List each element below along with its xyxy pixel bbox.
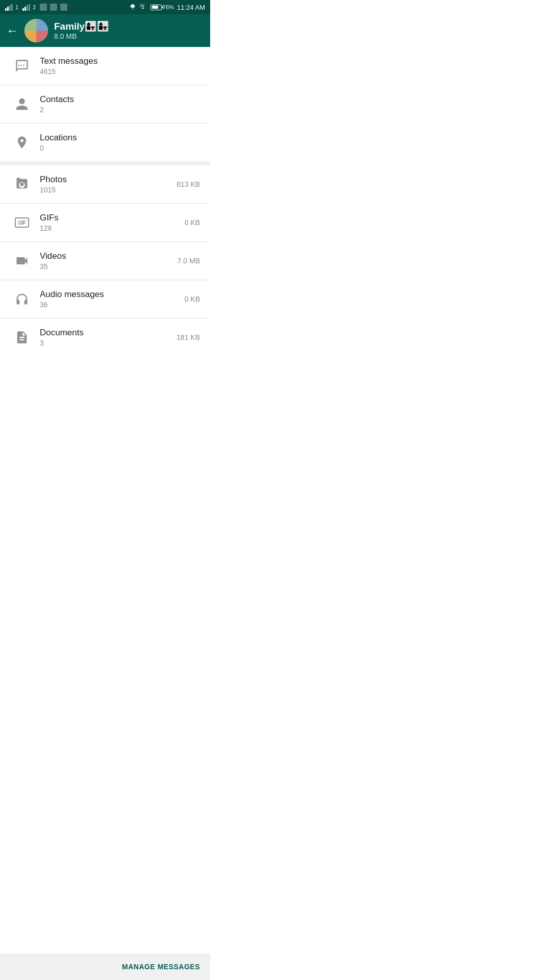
documents-info: Documents 3 xyxy=(34,328,177,347)
contacts-info: Contacts 2 xyxy=(34,94,200,114)
avatar-cell-1 xyxy=(24,19,36,31)
photos-size: 813 KB xyxy=(177,180,200,188)
gifs-count: 128 xyxy=(40,224,185,232)
videos-size: 7.0 MB xyxy=(178,257,200,265)
chat-svg xyxy=(15,59,29,73)
signal-label-2: 2 xyxy=(33,4,36,10)
avatar-cell-4 xyxy=(36,31,48,42)
wifi-icon xyxy=(139,4,147,10)
svg-rect-6 xyxy=(27,5,28,11)
group-name: Family👩‍👧👩‍👧 xyxy=(54,21,204,33)
content-area: Text messages 4615 Contacts 2 xyxy=(0,47,210,383)
battery-tip xyxy=(162,6,163,9)
section-divider xyxy=(0,161,210,165)
app-icon-2 xyxy=(50,4,57,11)
headphones-svg xyxy=(15,292,29,306)
avatar-cell-3 xyxy=(24,31,36,42)
status-right: 76% 11:24 AM xyxy=(129,4,205,11)
svg-rect-3 xyxy=(11,4,13,11)
signal-label-1: 1 xyxy=(15,4,18,10)
status-bar: 1 2 76% 11:24 AM xyxy=(0,0,210,14)
list-item-photos[interactable]: Photos 1015 813 KB xyxy=(0,165,210,203)
svg-rect-0 xyxy=(5,8,7,11)
locations-count: 0 xyxy=(40,144,200,152)
toolbar: ← Family👩‍👧👩‍👧 8.0 MB xyxy=(0,14,210,47)
svg-rect-1 xyxy=(7,7,9,11)
top-section: Text messages 4615 Contacts 2 xyxy=(0,47,210,161)
headphones-icon xyxy=(10,292,34,306)
avatar-cell-2 xyxy=(36,19,48,31)
location-icon xyxy=(10,135,34,150)
camera-icon xyxy=(10,177,34,191)
locations-label: Locations xyxy=(40,133,200,143)
svg-rect-2 xyxy=(9,5,11,11)
battery-label: 76% xyxy=(163,4,174,10)
videos-label: Videos xyxy=(40,251,178,261)
app-icon-3 xyxy=(60,4,67,11)
contacts-count: 2 xyxy=(40,106,200,114)
text-messages-info: Text messages 4615 xyxy=(34,56,200,76)
photos-info: Photos 1015 xyxy=(34,175,177,194)
gifs-size: 0 KB xyxy=(185,218,200,227)
list-item-contacts[interactable]: Contacts 2 xyxy=(0,85,210,123)
documents-size: 181 KB xyxy=(177,333,200,341)
camera-svg xyxy=(15,177,29,191)
audio-size: 0 KB xyxy=(185,295,200,303)
contacts-label: Contacts xyxy=(40,94,200,105)
videos-count: 35 xyxy=(40,262,178,271)
list-item-documents[interactable]: Documents 3 181 KB xyxy=(0,318,210,356)
chat-icon xyxy=(10,59,34,73)
svg-rect-5 xyxy=(24,7,26,11)
text-messages-label: Text messages xyxy=(40,56,200,66)
group-size: 8.0 MB xyxy=(54,32,204,40)
photos-label: Photos xyxy=(40,175,177,185)
group-avatar[interactable] xyxy=(24,19,48,42)
audio-label: Audio messages xyxy=(40,289,185,300)
battery-icon xyxy=(151,5,162,10)
avatar-grid xyxy=(24,19,48,42)
documents-label: Documents xyxy=(40,328,177,338)
gif-icon: GIF xyxy=(10,217,34,228)
media-section: Photos 1015 813 KB GIF GIFs 128 0 KB xyxy=(0,165,210,356)
list-item-locations[interactable]: Locations 0 xyxy=(0,124,210,161)
status-left: 1 2 xyxy=(5,4,67,11)
gifs-label: GIFs xyxy=(40,213,185,223)
signal-icon-1 xyxy=(5,4,13,11)
alarm-icon xyxy=(129,4,136,11)
list-item-gifs[interactable]: GIF GIFs 128 0 KB xyxy=(0,204,210,241)
videos-info: Videos 35 xyxy=(34,251,178,271)
video-icon xyxy=(10,254,34,268)
location-svg xyxy=(15,135,29,150)
video-svg xyxy=(15,254,29,268)
battery-container: 76% xyxy=(151,4,174,10)
back-button[interactable]: ← xyxy=(6,23,18,38)
gif-box: GIF xyxy=(15,217,29,228)
list-item-audio[interactable]: Audio messages 36 0 KB xyxy=(0,280,210,318)
svg-rect-4 xyxy=(22,8,24,11)
signal-icon-2 xyxy=(22,4,31,11)
audio-count: 36 xyxy=(40,301,185,309)
list-item-text-messages[interactable]: Text messages 4615 xyxy=(0,47,210,85)
battery-fill xyxy=(152,6,159,9)
document-icon xyxy=(10,330,34,345)
document-svg xyxy=(15,330,29,345)
locations-info: Locations 0 xyxy=(34,133,200,152)
time-label: 11:24 AM xyxy=(177,4,205,11)
photos-count: 1015 xyxy=(40,186,177,194)
person-svg xyxy=(15,97,29,111)
list-item-videos[interactable]: Videos 35 7.0 MB xyxy=(0,242,210,280)
audio-info: Audio messages 36 xyxy=(34,289,185,309)
svg-rect-7 xyxy=(29,4,30,11)
text-messages-count: 4615 xyxy=(40,67,200,76)
person-icon xyxy=(10,97,34,111)
toolbar-info: Family👩‍👧👩‍👧 8.0 MB xyxy=(54,21,204,41)
gifs-info: GIFs 128 xyxy=(34,213,185,232)
documents-count: 3 xyxy=(40,339,177,347)
app-icon-1 xyxy=(40,4,47,11)
